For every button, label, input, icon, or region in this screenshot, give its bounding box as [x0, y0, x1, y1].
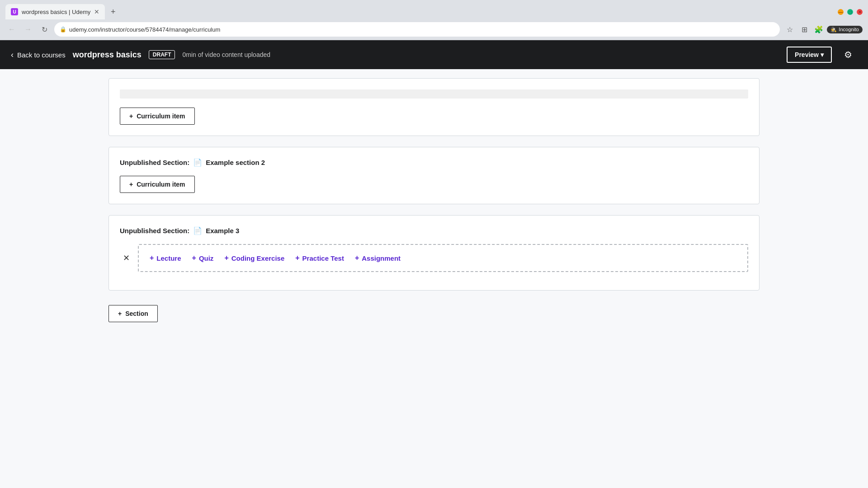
- lecture-button[interactable]: + Lecture: [150, 252, 187, 264]
- add-section-plus-icon: +: [118, 310, 122, 317]
- coding-exercise-label: Coding Exercise: [231, 254, 285, 262]
- draft-badge: DRAFT: [149, 50, 175, 59]
- practice-test-button[interactable]: + Practice Test: [290, 252, 349, 264]
- settings-button[interactable]: ⚙: [839, 46, 857, 64]
- udemy-favicon: U: [11, 8, 18, 15]
- coding-exercise-button[interactable]: + Coding Exercise: [219, 252, 290, 264]
- plus-icon: +: [129, 113, 133, 120]
- lecture-plus-icon: +: [150, 254, 154, 262]
- section-name-3: Example 3: [206, 227, 239, 235]
- add-section-button[interactable]: + Section: [108, 305, 158, 322]
- address-bar[interactable]: 🔒 udemy.com/instructor/course/5784474/ma…: [54, 22, 780, 37]
- curriculum-item-button-partial[interactable]: + Curriculum item: [120, 108, 195, 125]
- document-icon-3: 📄: [193, 226, 202, 235]
- preview-chevron-icon: ▾: [821, 51, 824, 58]
- preview-label: Preview: [795, 51, 819, 58]
- quiz-plus-icon: +: [192, 254, 196, 262]
- assignment-plus-icon: +: [355, 254, 359, 262]
- lecture-label: Lecture: [156, 254, 181, 262]
- incognito-label: Incognito: [839, 27, 859, 32]
- section-header-3: Unpublished Section: 📄 Example 3: [120, 226, 748, 235]
- curriculum-item-label: Curriculum item: [137, 113, 185, 120]
- refresh-button[interactable]: ↻: [38, 23, 51, 36]
- tab-title: wordpress basics | Udemy: [22, 9, 90, 15]
- section-label-2: Unpublished Section:: [120, 159, 189, 166]
- window-close-button[interactable]: ✕: [857, 9, 863, 15]
- preview-button[interactable]: Preview ▾: [787, 47, 832, 63]
- curriculum-item-button-2[interactable]: + Curriculum item: [120, 176, 195, 193]
- practice-test-plus-icon: +: [295, 254, 299, 262]
- main-content: + Curriculum item Unpublished Section: 📄…: [0, 69, 868, 488]
- assignment-button[interactable]: + Assignment: [349, 252, 406, 264]
- browser-tab[interactable]: U wordpress basics | Udemy ✕: [5, 4, 105, 19]
- window-minimize-button[interactable]: —: [838, 9, 844, 15]
- quiz-button[interactable]: + Quiz: [187, 252, 219, 264]
- incognito-icon: 🕵: [830, 27, 837, 33]
- tab-close-icon[interactable]: ✕: [94, 8, 99, 15]
- bookmark-button[interactable]: ☆: [783, 23, 796, 36]
- close-button[interactable]: ✕: [120, 252, 132, 264]
- coding-exercise-plus-icon: +: [224, 254, 228, 262]
- practice-test-label: Practice Test: [302, 254, 344, 262]
- back-to-courses-label: Back to courses: [17, 51, 66, 59]
- gear-icon: ⚙: [844, 49, 852, 60]
- add-section-label: Section: [125, 310, 148, 317]
- section-label-3: Unpublished Section:: [120, 227, 189, 235]
- close-x-icon: ✕: [123, 253, 130, 263]
- back-to-courses-link[interactable]: ‹ Back to courses: [11, 50, 66, 60]
- profile-button[interactable]: ⊞: [798, 23, 811, 36]
- url-display: udemy.com/instructor/course/5784474/mana…: [69, 26, 220, 33]
- plus-icon-2: +: [129, 181, 133, 188]
- section-name-2: Example section 2: [206, 159, 265, 166]
- curriculum-item-label-2: Curriculum item: [137, 181, 185, 188]
- nav-back-button[interactable]: ←: [5, 23, 18, 36]
- nav-forward-button[interactable]: →: [22, 23, 34, 36]
- back-arrow-icon: ‹: [11, 50, 14, 60]
- section-card-2: Unpublished Section: 📄 Example section 2…: [108, 147, 760, 204]
- incognito-badge: 🕵 Incognito: [827, 26, 863, 33]
- section-card-3: Unpublished Section: 📄 Example 3 ✕ + Lec…: [108, 215, 760, 291]
- curriculum-item-row: ✕ + Lecture + Quiz + Coding Exercise + P…: [120, 244, 748, 272]
- extensions-button[interactable]: 🧩: [812, 23, 825, 36]
- app-header: ‹ Back to courses wordpress basics DRAFT…: [0, 40, 868, 69]
- content-type-selector: + Lecture + Quiz + Coding Exercise + Pra…: [138, 244, 748, 272]
- section-card-partial: + Curriculum item: [108, 78, 760, 136]
- course-title: wordpress basics: [73, 50, 142, 60]
- assignment-label: Assignment: [362, 254, 401, 262]
- window-maximize-button[interactable]: □: [847, 9, 853, 15]
- quiz-label: Quiz: [199, 254, 214, 262]
- video-info: 0min of video content uploaded: [182, 51, 270, 58]
- lock-icon: 🔒: [60, 26, 66, 33]
- new-tab-button[interactable]: +: [107, 5, 119, 18]
- section-header-2: Unpublished Section: 📄 Example section 2: [120, 158, 748, 167]
- document-icon-2: 📄: [193, 158, 202, 167]
